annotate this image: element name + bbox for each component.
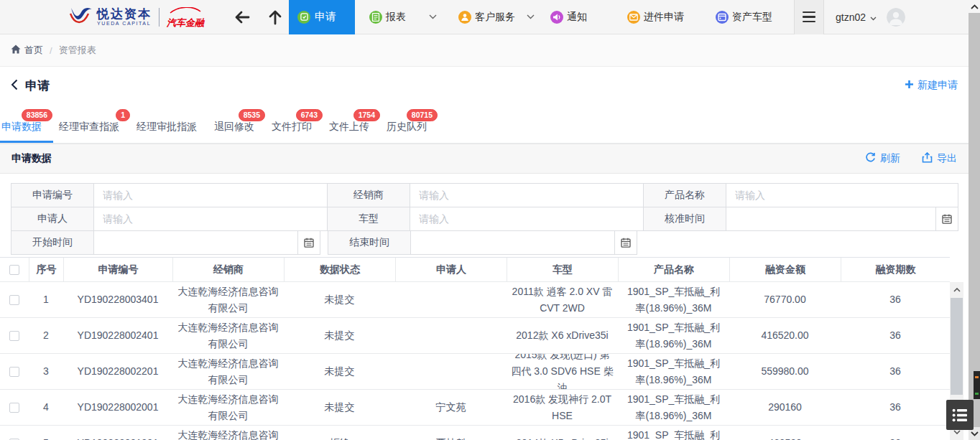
top-navbar: 悦达资本 YUEDA CAPITAL 汽车金融 申请 报表 客户服务 通知 进件… — [0, 0, 969, 34]
table-row[interactable]: 2 YD190228002401 大连乾海经济信息咨询有限公司 未提交 2012… — [0, 318, 950, 354]
cell-vehicle: 2015款 发现(进口) 第四代 3.0 SDV6 HSE 柴油 — [507, 354, 618, 389]
cell-product: 1901_SP_车抵融_利率(18.96%)_36M — [618, 354, 729, 389]
dealer-input[interactable] — [410, 184, 643, 207]
calendar-icon[interactable] — [935, 207, 958, 230]
row-checkbox[interactable] — [9, 295, 19, 305]
panel-title: 申请数据 — [11, 152, 52, 165]
select-all-checkbox[interactable] — [9, 265, 19, 275]
table-scrollbar-thumb[interactable] — [951, 298, 963, 395]
count-badge: 8535 — [239, 109, 265, 121]
cell-status: 未提交 — [284, 282, 395, 317]
refresh-icon — [865, 152, 876, 165]
nav-tab-apply[interactable]: 申请 — [289, 0, 355, 34]
table-row[interactable]: 3 YD190228002201 大连乾海经济信息咨询有限公司 未提交 2015… — [0, 354, 950, 390]
end-time-input[interactable] — [411, 231, 614, 254]
cell-status: 未提交 — [284, 318, 395, 353]
start-time-input[interactable] — [94, 231, 297, 254]
cell-product: 1901_SP_车抵融_利率(18.96%)_36M — [618, 426, 729, 440]
intake-icon — [627, 11, 640, 24]
back-button[interactable] — [234, 11, 250, 24]
user-menu[interactable]: gtzn02 — [836, 11, 877, 23]
table-row[interactable]: 1 YD190228003401 大连乾海经济信息咨询有限公司 未提交 2011… — [0, 282, 950, 318]
page-scroll-up-icon[interactable] — [969, 0, 980, 13]
row-checkbox[interactable] — [9, 367, 19, 377]
notice-icon — [550, 11, 563, 24]
cell-app-no: YD190228002401 — [63, 318, 172, 353]
breadcrumb-home[interactable]: 首页 — [11, 44, 43, 57]
product-input[interactable] — [726, 184, 958, 207]
header-status: 数据状态 — [284, 258, 395, 281]
tab-apply-data[interactable]: 申请数据 83856 — [1, 121, 42, 143]
tab-returned[interactable]: 退回修改 8535 — [214, 121, 254, 143]
header-app-no: 申请编号 — [63, 258, 172, 281]
page-scrollbar-thumb[interactable] — [969, 13, 980, 427]
brand-logo[interactable]: 悦达资本 YUEDA CAPITAL 汽车金融 — [69, 5, 204, 29]
calendar-icon[interactable] — [614, 231, 637, 254]
cell-seq: 3 — [29, 354, 63, 389]
new-application-button[interactable]: 新建申请 — [905, 79, 958, 92]
table-scroll-up-icon[interactable] — [950, 282, 963, 298]
filter-field-start-time — [93, 230, 320, 255]
row-checkbox[interactable] — [9, 331, 19, 341]
cell-dealer: 大连乾海经济信息咨询有限公司 — [172, 390, 284, 425]
filter-label-end-time: 结束时间 — [328, 230, 411, 255]
calendar-icon[interactable] — [297, 231, 320, 254]
approve-time-input[interactable] — [726, 207, 935, 230]
breadcrumb: 首页 / 资管报表 — [0, 34, 969, 67]
table-row[interactable]: 5 YD190228001901 大连乾海经济信息咨询有限公司 拒绝 覃桂魁 2… — [0, 426, 950, 440]
cell-applicant — [395, 282, 507, 317]
bullet-list-icon — [952, 408, 968, 422]
filter-field-app-no — [93, 183, 328, 207]
nav-item-customer-service[interactable]: 客户服务 — [458, 11, 515, 24]
customer-service-chevron-down-icon[interactable] — [527, 14, 535, 19]
up-button[interactable] — [269, 9, 282, 25]
cell-periods: 36 — [841, 282, 950, 317]
cell-amount: 290160 — [729, 390, 841, 425]
nav-item-customer-service-label: 客户服务 — [475, 11, 515, 24]
filter-field-approve-time — [726, 207, 958, 231]
cell-dealer: 大连乾海经济信息咨询有限公司 — [172, 426, 284, 440]
list-tool-button[interactable] — [946, 400, 974, 430]
chevron-left-icon[interactable] — [11, 79, 18, 93]
tab-label: 经理审批指派 — [137, 121, 197, 132]
refresh-button[interactable]: 刷新 — [865, 152, 900, 165]
cell-vehicle: 2014款 X5 xDrive35i — [507, 426, 618, 440]
cell-vehicle: 2016款 发现神行 2.0T HSE — [507, 390, 618, 425]
cell-applicant — [395, 318, 507, 353]
apply-icon — [297, 11, 310, 24]
avatar[interactable] — [887, 8, 905, 27]
menu-button[interactable] — [794, 0, 824, 34]
cell-app-no: YD190228003401 — [63, 282, 172, 317]
filter-field-end-time — [410, 230, 637, 255]
app-no-input[interactable] — [94, 184, 327, 207]
cell-status: 未提交 — [284, 390, 395, 425]
cell-seq: 1 — [29, 282, 63, 317]
export-button[interactable]: 导出 — [922, 152, 957, 165]
nav-item-notice[interactable]: 通知 — [550, 11, 587, 24]
brand-name: 悦达资本 YUEDA CAPITAL — [97, 8, 152, 26]
header-periods: 融资期数 — [841, 258, 950, 281]
row-checkbox[interactable] — [9, 403, 19, 413]
filter-field-applicant — [93, 207, 328, 231]
tab-file-upload[interactable]: 文件上传 1754 — [329, 121, 369, 143]
header-amount: 融资金额 — [729, 258, 841, 281]
report-chevron-down-icon[interactable] — [429, 14, 437, 19]
filter-gap — [320, 230, 328, 255]
nav-item-report[interactable]: 报表 — [369, 11, 406, 24]
tab-history-queue[interactable]: 历史队列 80715 — [387, 121, 427, 143]
cell-status: 拒绝 — [284, 426, 395, 440]
nav-item-intake[interactable]: 进件申请 — [627, 11, 684, 24]
header-seq: 序号 — [29, 258, 63, 281]
tab-manager-approve-assign[interactable]: 经理审批指派 — [137, 121, 197, 143]
home-icon — [11, 45, 21, 56]
header-product: 产品名称 — [618, 258, 729, 281]
cell-applicant — [395, 354, 507, 389]
cell-dealer: 大连乾海经济信息咨询有限公司 — [172, 354, 284, 389]
table-row[interactable]: 4 YD190228002001 大连乾海经济信息咨询有限公司 未提交 宁文苑 … — [0, 390, 950, 426]
tab-manager-review-assign[interactable]: 经理审查指派 1 — [59, 121, 119, 143]
tab-file-print[interactable]: 文件打印 6743 — [272, 121, 312, 143]
vehicle-input[interactable] — [410, 207, 643, 230]
nav-item-asset-vehicle[interactable]: 资产车型 — [716, 11, 772, 24]
applicant-input[interactable] — [94, 207, 327, 230]
cell-applicant: 宁文苑 — [395, 390, 507, 425]
